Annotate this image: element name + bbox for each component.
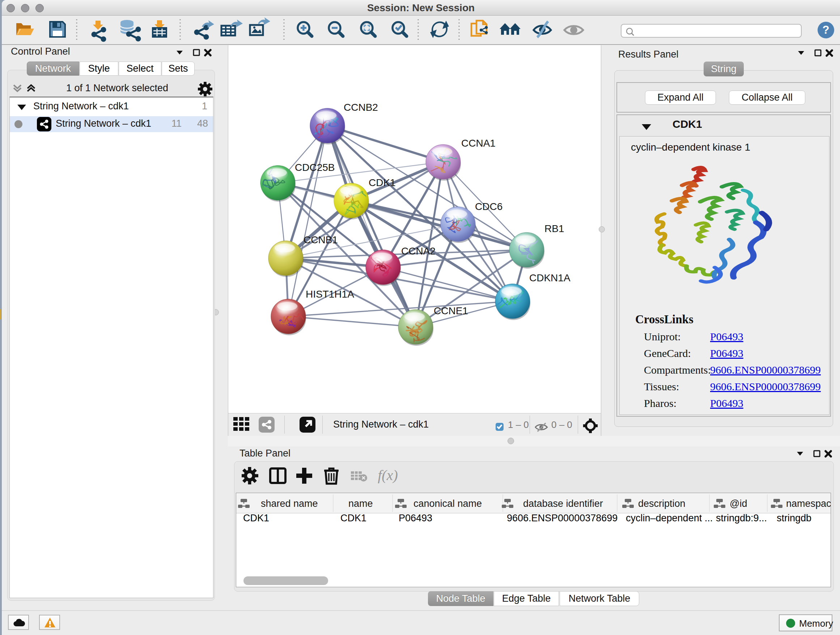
svg-text:CCNA2: CCNA2 (401, 245, 436, 257)
svg-text:CDC25B: CDC25B (295, 162, 335, 173)
svg-text:stringdb:9...: stringdb:9... (716, 513, 767, 524)
svg-text:@id: @id (729, 498, 747, 509)
svg-text:CDK1: CDK1 (340, 513, 366, 524)
svg-text:canonical name: canonical name (414, 498, 482, 509)
svg-text:description: description (638, 498, 685, 509)
svg-text:CDC6: CDC6 (475, 201, 502, 212)
svg-text:CDK1: CDK1 (369, 177, 396, 188)
svg-text:shared name: shared name (261, 498, 318, 509)
svg-text:RB1: RB1 (545, 223, 564, 234)
svg-text:name: name (348, 498, 373, 509)
svg-text:cyclin–dependent ...: cyclin–dependent ... (626, 513, 713, 524)
svg-text:9606.ENSP00000378699: 9606.ENSP00000378699 (507, 513, 617, 524)
svg-text:P06493: P06493 (399, 513, 432, 524)
svg-text:f(x): f(x) (378, 467, 398, 483)
svg-text:CDKN1A: CDKN1A (529, 272, 570, 283)
svg-text:CDK1: CDK1 (243, 513, 269, 524)
svg-text:database identifier: database identifier (523, 498, 603, 509)
svg-text:CCNE1: CCNE1 (434, 305, 468, 317)
svg-text:stringdb: stringdb (777, 513, 812, 524)
svg-text:HIST1H1A: HIST1H1A (306, 288, 354, 300)
svg-text:CCNB2: CCNB2 (344, 102, 378, 113)
svg-text:CCNB1: CCNB1 (303, 234, 338, 245)
svg-text:CCNA1: CCNA1 (461, 138, 496, 149)
svg-text:namespace: namespace (786, 498, 831, 509)
